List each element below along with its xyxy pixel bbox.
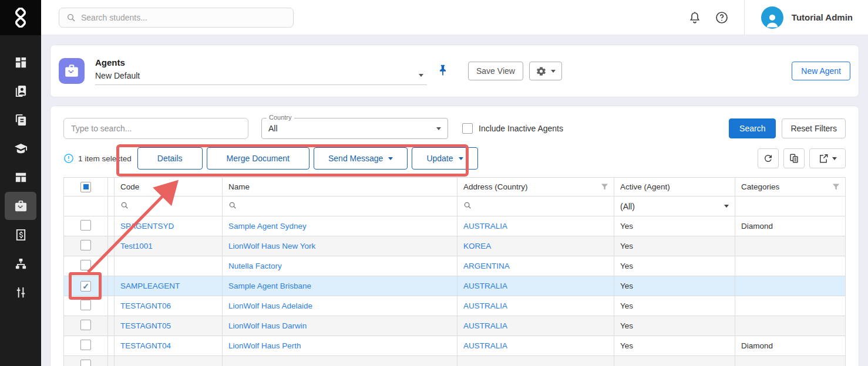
agent-country-link[interactable]: AUSTRALIA [463,222,507,231]
selection-bar: 1 item selected DetailsMerge DocumentSen… [63,147,846,170]
row-checkbox[interactable] [80,240,91,250]
row-checkbox[interactable] [80,220,91,231]
notifications-bell-icon[interactable] [688,11,702,25]
table-body: SPAGENTSYDSample Agent SydneyAUSTRALIAYe… [64,216,846,366]
spacer-column [108,196,115,216]
update-button[interactable]: Update [412,147,477,170]
row-checkbox[interactable] [80,320,91,330]
column-header-active-agent-[interactable]: Active (Agent) [614,178,735,196]
agent-country-link[interactable]: AUSTRALIA [463,321,507,330]
include-inactive-toggle[interactable]: Include Inactive Agents [462,123,563,134]
action-label: Send Message [328,154,383,163]
chevron-down-icon [436,127,441,130]
action-label: Merge Document [227,154,290,163]
row-checkbox[interactable] [80,340,91,350]
agent-name-link[interactable]: Sample Agent Sydney [228,222,307,231]
active-filter-select[interactable]: (All) [614,196,735,216]
action-buttons: DetailsMerge DocumentSend MessageUpdate [137,147,478,170]
column-chooser-button[interactable] [783,148,805,168]
view-selector-value: New Default [95,71,140,80]
agent-code-link[interactable]: TESTAGNT04 [120,341,171,350]
pin-view-icon[interactable] [436,64,450,78]
filter-cell-empty [64,196,108,216]
agents-grid-card: Country All Include Inactive Agents Sear… [50,106,859,366]
categories-cell [735,356,846,366]
agent-country-link[interactable]: AUSTRALIA [463,341,507,350]
help-icon[interactable] [715,11,729,25]
agent-code-link[interactable]: TESTAGNT06 [120,301,171,310]
filter-funnel-icon[interactable] [832,182,840,191]
column-header-code[interactable]: Code [115,178,223,196]
filter-funnel-icon[interactable] [600,182,609,191]
send-message-button[interactable]: Send Message [314,147,408,170]
row-checkbox[interactable] [80,300,91,310]
spacer-column [108,316,115,336]
sidebar-item-settings-sliders[interactable] [5,278,36,307]
global-search-input[interactable] [81,13,286,22]
avatar[interactable] [761,6,783,29]
agent-code-link[interactable]: Test1001 [120,242,153,250]
view-settings-button[interactable] [529,62,562,80]
agent-country-link[interactable]: AUSTRALIA [463,301,507,310]
details-button[interactable]: Details [137,147,203,170]
select-all-checkbox[interactable] [80,182,91,192]
agent-country-link[interactable]: ARGENTINA [463,262,510,270]
agent-name-link[interactable]: LionWolf Haus Adelaide [228,301,312,310]
sidebar-item-documents[interactable] [5,106,36,134]
agent-code-link[interactable]: SPAGENTSYD [120,222,174,231]
global-search[interactable] [59,8,294,28]
column-header-address-country-[interactable]: Address (Country) [457,178,614,196]
view-selector[interactable]: New Default [95,71,427,85]
row-checkbox[interactable] [80,360,91,366]
sidebar-item-layout[interactable] [5,163,36,192]
country-select[interactable]: Country All [261,118,448,139]
search-button[interactable]: Search [729,118,776,138]
agent-name-link[interactable]: Sample Agent Brisbane [228,282,311,290]
filter-value: (All) [620,202,635,211]
row-checkbox[interactable] [80,260,91,270]
topbar-right: Tutorial Admin [688,0,868,35]
sidebar-item-dashboard[interactable] [5,48,36,77]
categories-cell [735,256,846,276]
grid-search-input[interactable] [71,124,241,133]
merge-document-button[interactable]: Merge Document [207,147,309,170]
sidebar-item-contacts[interactable] [5,77,36,106]
row-checkbox[interactable] [80,281,91,292]
new-agent-button[interactable]: New Agent [792,62,850,80]
address-country--filter-input[interactable] [457,196,614,216]
categories-cell [735,236,846,256]
search-icon [463,201,472,209]
search-icon [228,201,237,209]
save-view-button[interactable]: Save View [468,62,523,80]
settings-sliders-icon [14,286,28,299]
grid-search-box[interactable] [63,118,248,139]
app-logo[interactable] [0,0,41,35]
agents-briefcase-icon [59,58,85,84]
agent-code-link[interactable]: TESTAGNT05 [120,321,171,330]
agent-country-link[interactable]: AUSTRALIA [463,282,507,290]
column-label: Address (Country) [463,182,528,191]
agent-name-link[interactable]: Nutella Factory [228,262,282,270]
agent-name-link[interactable]: LionWolf Haus Perth [228,341,301,350]
agent-country-link[interactable]: KOREA [463,242,491,250]
refresh-button[interactable] [758,148,779,168]
table-row: TESTAGNT06LionWolf Haus AdelaideAUSTRALI… [64,296,846,316]
sidebar-item-agents-briefcase[interactable] [5,192,36,220]
agents-briefcase-icon [14,199,28,213]
agent-name-link[interactable]: LionWolf Haus New York [228,242,315,250]
code-filter-input[interactable] [115,196,223,216]
include-inactive-checkbox[interactable] [462,123,473,134]
agent-name-link[interactable]: LionWolf Haus Darwin [228,321,307,330]
export-button[interactable] [809,148,846,168]
reset-filters-button[interactable]: Reset Filters [782,118,846,138]
chevron-down-icon [419,74,423,77]
column-header-categories[interactable]: Categories [735,178,846,196]
sidebar-item-students[interactable] [5,134,36,163]
agent-code-link[interactable]: SAMPLEAGENT [120,282,180,290]
categories-filter-input[interactable] [735,196,846,216]
name-filter-input[interactable] [223,196,457,216]
sidebar-item-workflow[interactable] [5,249,36,278]
sidebar-item-billing[interactable] [5,221,36,249]
column-header-name[interactable]: Name [223,178,457,196]
chevron-down-icon [388,157,393,160]
